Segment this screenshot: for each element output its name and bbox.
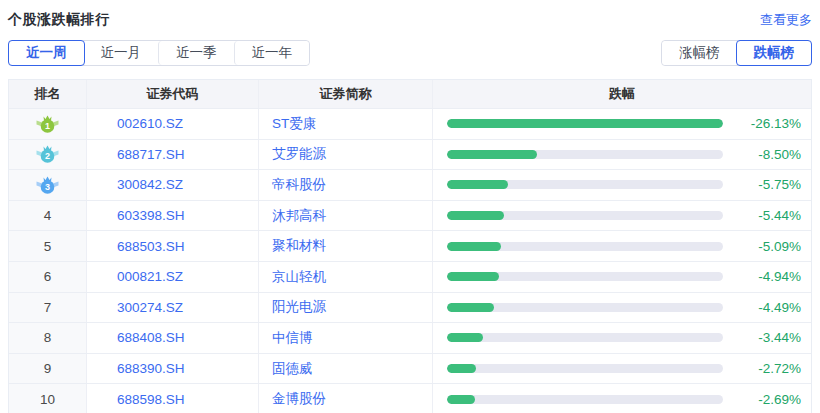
stock-code-link[interactable]: 603398.SH (87, 201, 259, 231)
table-row[interactable]: 3 300842.SZ 帝科股份 -5.75% (9, 169, 811, 200)
change-bar-track (447, 364, 723, 373)
rank-cell: 10 (9, 384, 87, 413)
change-percent: -8.50% (735, 147, 801, 162)
rank-cell: 8 (9, 323, 87, 353)
change-bar-track (447, 150, 723, 159)
table-header-rank: 排名 (9, 80, 87, 108)
stock-name-link[interactable]: 固德威 (259, 354, 433, 384)
stock-code-link[interactable]: 300842.SZ (87, 170, 259, 200)
stock-name-link[interactable]: ST爱康 (259, 109, 433, 139)
change-bar-fill (447, 272, 499, 281)
change-cell: -4.94% (433, 262, 811, 292)
table-row[interactable]: 2 688717.SH 艾罗能源 -8.50% (9, 139, 811, 170)
change-bar-fill (447, 211, 504, 220)
change-bar-fill (447, 150, 537, 159)
board-toggle-1[interactable]: 跌幅榜 (736, 40, 813, 66)
stock-code-link[interactable]: 688408.SH (87, 323, 259, 353)
stock-name-link[interactable]: 聚和材料 (259, 231, 433, 261)
svg-text:3: 3 (45, 182, 50, 192)
table-row[interactable]: 1 002610.SZ ST爱康 -26.13% (9, 108, 811, 139)
change-bar-track (447, 180, 723, 189)
table-row[interactable]: 7 300274.SZ 阳光电源 -4.49% (9, 292, 811, 323)
change-bar-fill (447, 242, 501, 251)
board-toggle: 涨幅榜跌幅榜 (661, 40, 812, 66)
table-header-row: 排名 证券代码 证券简称 跌幅 (9, 80, 811, 108)
change-cell: -5.44% (433, 201, 811, 231)
rank-medal-icon: 1 (36, 114, 59, 134)
stock-name-link[interactable]: 中信博 (259, 323, 433, 353)
change-bar-track (447, 211, 723, 220)
period-tab-0[interactable]: 近一周 (8, 40, 85, 66)
rank-cell: 7 (9, 293, 87, 323)
stock-name-link[interactable]: 帝科股份 (259, 170, 433, 200)
table-row[interactable]: 9 688390.SH 固德威 -2.72% (9, 353, 811, 384)
page-title: 个股涨跌幅排行 (8, 11, 110, 29)
stock-code-link[interactable]: 688717.SH (87, 140, 259, 170)
change-bar-track (447, 395, 723, 404)
table-row[interactable]: 4 603398.SH 沐邦高科 -5.44% (9, 200, 811, 231)
rank-medal-icon: 3 (36, 175, 59, 195)
stock-ranking-widget: 个股涨跌幅排行 查看更多 近一周近一月近一季近一年 涨幅榜跌幅榜 排名 证券代码… (0, 0, 820, 413)
rank-cell: 2 (9, 140, 87, 170)
change-cell: -3.44% (433, 323, 811, 353)
rank-medal-icon: 2 (36, 144, 59, 164)
table-header-change: 跌幅 (433, 80, 811, 108)
change-percent: -26.13% (735, 116, 801, 131)
stock-code-link[interactable]: 688503.SH (87, 231, 259, 261)
stock-name-link[interactable]: 艾罗能源 (259, 140, 433, 170)
stock-name-link[interactable]: 阳光电源 (259, 293, 433, 323)
stock-name-link[interactable]: 金博股份 (259, 384, 433, 413)
change-bar-fill (447, 303, 494, 312)
ranking-table: 排名 证券代码 证券简称 跌幅 1 002610.SZ ST爱康 -26.13%… (8, 79, 812, 413)
stock-name-link[interactable]: 沐邦高科 (259, 201, 433, 231)
change-cell: -2.72% (433, 354, 811, 384)
table-row[interactable]: 10 688598.SH 金博股份 -2.69% (9, 383, 811, 413)
stock-code-link[interactable]: 300274.SZ (87, 293, 259, 323)
table-row[interactable]: 6 000821.SZ 京山轻机 -4.94% (9, 261, 811, 292)
period-tab-3[interactable]: 近一年 (234, 41, 310, 65)
stock-name-link[interactable]: 京山轻机 (259, 262, 433, 292)
change-percent: -4.94% (735, 269, 801, 284)
svg-text:2: 2 (45, 151, 50, 161)
change-cell: -26.13% (433, 109, 811, 139)
stock-code-link[interactable]: 000821.SZ (87, 262, 259, 292)
rank-cell: 3 (9, 170, 87, 200)
change-bar-fill (447, 119, 723, 128)
change-cell: -4.49% (433, 293, 811, 323)
rank-cell: 4 (9, 201, 87, 231)
change-percent: -4.49% (735, 300, 801, 315)
change-bar-track (447, 119, 723, 128)
change-percent: -3.44% (735, 330, 801, 345)
widget-header: 个股涨跌幅排行 查看更多 (8, 10, 812, 30)
change-bar-fill (447, 180, 508, 189)
stock-code-link[interactable]: 002610.SZ (87, 109, 259, 139)
change-bar-track (447, 242, 723, 251)
table-body: 1 002610.SZ ST爱康 -26.13% 2 688717.SH 艾罗能… (9, 108, 811, 413)
change-percent: -5.75% (735, 177, 801, 192)
change-cell: -5.75% (433, 170, 811, 200)
change-bar-fill (447, 395, 475, 404)
change-bar-fill (447, 364, 476, 373)
change-percent: -5.09% (735, 239, 801, 254)
rank-cell: 5 (9, 231, 87, 261)
rank-cell: 9 (9, 354, 87, 384)
rank-cell: 6 (9, 262, 87, 292)
stock-code-link[interactable]: 688390.SH (87, 354, 259, 384)
change-bar-fill (447, 333, 483, 342)
change-bar-track (447, 333, 723, 342)
change-percent: -5.44% (735, 208, 801, 223)
table-header-code: 证券代码 (87, 80, 259, 108)
period-tabs: 近一周近一月近一季近一年 (8, 40, 310, 66)
change-percent: -2.69% (735, 392, 801, 407)
period-tab-1[interactable]: 近一月 (84, 41, 159, 65)
table-row[interactable]: 5 688503.SH 聚和材料 -5.09% (9, 230, 811, 261)
change-cell: -5.09% (433, 231, 811, 261)
stock-code-link[interactable]: 688598.SH (87, 384, 259, 413)
change-bar-track (447, 303, 723, 312)
view-more-link[interactable]: 查看更多 (760, 11, 812, 29)
table-row[interactable]: 8 688408.SH 中信博 -3.44% (9, 322, 811, 353)
change-cell: -8.50% (433, 140, 811, 170)
board-toggle-0[interactable]: 涨幅榜 (662, 41, 737, 65)
period-tab-2[interactable]: 近一季 (158, 41, 234, 65)
change-cell: -2.69% (433, 384, 811, 413)
